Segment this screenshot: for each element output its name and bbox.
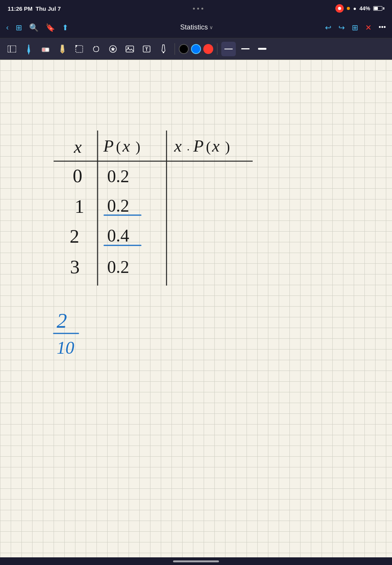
image-tool-button[interactable] bbox=[122, 42, 137, 56]
svg-point-9 bbox=[95, 46, 96, 47]
svg-text:0.2: 0.2 bbox=[107, 167, 129, 186]
toolbar: T bbox=[0, 38, 392, 60]
svg-text:2: 2 bbox=[70, 225, 79, 247]
svg-text:x: x bbox=[74, 137, 82, 157]
svg-text:x: x bbox=[122, 137, 130, 155]
svg-rect-8 bbox=[75, 45, 77, 47]
svg-rect-4 bbox=[42, 48, 45, 52]
stroke-thick-button[interactable] bbox=[255, 42, 270, 56]
status-bar-left: 11:26 PM Thu Jul 7 bbox=[8, 5, 61, 12]
svg-rect-0 bbox=[8, 46, 16, 52]
status-bar-right: ● 44% bbox=[335, 4, 384, 13]
svg-text:1: 1 bbox=[75, 196, 84, 217]
toolbar-separator-2 bbox=[217, 43, 217, 55]
thick-stroke-preview bbox=[258, 48, 266, 50]
color-black-button[interactable] bbox=[179, 44, 189, 54]
svg-text:0.2: 0.2 bbox=[107, 196, 129, 216]
svg-marker-11 bbox=[111, 47, 115, 51]
svg-text:): ) bbox=[136, 139, 140, 155]
close-button[interactable]: ✕ bbox=[365, 23, 372, 32]
lasso-tool-button[interactable] bbox=[89, 42, 103, 56]
nav-left: ‹ ⊞ 🔍 🔖 ⬆ bbox=[6, 23, 69, 32]
battery-icon bbox=[373, 6, 384, 11]
search-button[interactable]: 🔍 bbox=[29, 23, 39, 32]
text-tool-button[interactable]: T bbox=[139, 42, 154, 56]
note-content: x P ( x ) x · P ( x ) 0 0.2 1 0.2 2 0.4 … bbox=[0, 60, 392, 557]
svg-text:3: 3 bbox=[70, 256, 80, 278]
date-display: Thu Jul 7 bbox=[36, 5, 61, 12]
eraser-tool-button[interactable] bbox=[38, 42, 53, 56]
svg-text:P: P bbox=[103, 137, 114, 155]
marker-tool-button[interactable] bbox=[156, 42, 171, 56]
recording-indicator bbox=[335, 4, 344, 13]
svg-point-16 bbox=[163, 52, 164, 53]
svg-rect-12 bbox=[126, 46, 134, 52]
time-display: 11:26 PM bbox=[8, 5, 33, 12]
svg-text:T: T bbox=[145, 47, 148, 52]
svg-text:0: 0 bbox=[73, 165, 82, 186]
back-button[interactable]: ‹ bbox=[6, 23, 9, 32]
svg-text:0.2: 0.2 bbox=[107, 257, 129, 277]
svg-text:0.4: 0.4 bbox=[107, 226, 129, 245]
pen-tool-button[interactable] bbox=[21, 42, 36, 56]
svg-text:2: 2 bbox=[57, 309, 67, 332]
title-chevron: ∨ bbox=[209, 24, 213, 30]
status-bar: 11:26 PM Thu Jul 7 ● 44% bbox=[0, 0, 392, 17]
color-blue-button[interactable] bbox=[191, 44, 201, 54]
svg-text:·: · bbox=[187, 143, 190, 156]
bookmark-button[interactable]: 🔖 bbox=[46, 23, 55, 32]
undo-button[interactable]: ↩ bbox=[325, 23, 332, 32]
share-button[interactable]: ⬆ bbox=[62, 23, 69, 32]
svg-text:10: 10 bbox=[57, 338, 74, 358]
svg-text:): ) bbox=[225, 139, 230, 155]
nav-right: ↩ ↪ ⊞ ✕ ••• bbox=[325, 23, 386, 32]
home-indicator bbox=[0, 557, 392, 565]
redo-button[interactable]: ↪ bbox=[338, 23, 345, 32]
svg-text:P: P bbox=[193, 137, 204, 155]
status-bar-center bbox=[193, 8, 203, 10]
grid-view-button[interactable]: ⊞ bbox=[16, 23, 22, 32]
thin-stroke-preview bbox=[224, 49, 233, 49]
battery-percent: 44% bbox=[359, 5, 370, 11]
stroke-thin-button[interactable] bbox=[221, 42, 236, 56]
favorites-tool-button[interactable] bbox=[106, 42, 120, 56]
selection-tool-button[interactable] bbox=[72, 42, 87, 56]
svg-text:x: x bbox=[174, 137, 182, 155]
nav-title: Statistics ∨ bbox=[180, 23, 213, 31]
toolbar-separator-1 bbox=[175, 43, 175, 55]
home-bar bbox=[173, 560, 219, 562]
sidebar-toggle-button[interactable] bbox=[5, 42, 19, 56]
svg-text:(: ( bbox=[206, 139, 211, 155]
document-title: Statistics bbox=[180, 23, 208, 31]
nav-bar: ‹ ⊞ 🔍 🔖 ⬆ Statistics ∨ ↩ ↪ ⊞ ✕ ••• bbox=[0, 17, 392, 38]
add-page-button[interactable]: ⊞ bbox=[352, 23, 358, 32]
wifi-dot bbox=[347, 7, 350, 10]
signal-icon: ● bbox=[353, 5, 356, 11]
svg-text:x: x bbox=[212, 137, 220, 155]
stroke-mid-button[interactable] bbox=[238, 42, 253, 56]
mid-stroke-preview bbox=[241, 48, 250, 49]
pencil-tool-button[interactable] bbox=[55, 42, 70, 56]
color-red-button[interactable] bbox=[203, 44, 213, 54]
more-options-button[interactable]: ••• bbox=[379, 23, 386, 31]
canvas-area[interactable]: x P ( x ) x · P ( x ) 0 0.2 1 0.2 2 0.4 … bbox=[0, 60, 392, 557]
svg-text:(: ( bbox=[116, 139, 121, 155]
